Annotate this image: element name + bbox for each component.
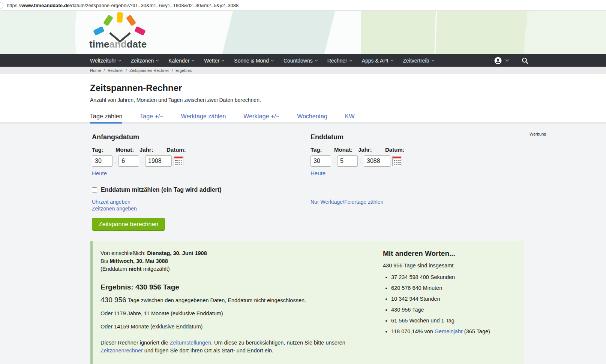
breadcrumb-zeitspannen-rechner[interactable]: Zeitspannen-Rechner <box>129 68 169 73</box>
tab-wochentag[interactable]: Wochentag <box>297 113 327 124</box>
nav-item-kalender[interactable]: Kalender <box>168 58 195 64</box>
end-today-link[interactable]: Heute <box>310 170 326 176</box>
other-words-list: 37 234 598 400 Sekunden 620 576 640 Minu… <box>384 274 490 334</box>
timeanddate-logo[interactable]: timeanddate <box>89 15 153 52</box>
chevron-down-icon <box>191 60 195 62</box>
end-date-labels: Tag: Monat: Jahr: Datum: <box>310 146 606 153</box>
start-date-labels: Tag: Monat: Jahr: Datum: <box>92 146 310 153</box>
date-span-form: Anfangsdatum Tag: Monat: Jahr: Datum: . … <box>92 133 606 231</box>
result-from-value: Dienstag, 30. Juni 1908 <box>147 250 207 256</box>
tab-tage-zaehlen[interactable]: Tage zählen <box>90 113 122 124</box>
url-scheme: https:// <box>7 3 21 8</box>
start-month-input[interactable] <box>118 155 139 167</box>
result-disclaimer: Dieser Rechner ignoriert die Zeitumstell… <box>100 339 372 355</box>
list-item-weeks: 61 565 Wochen und 1 Tag <box>391 318 490 324</box>
specify-time-link[interactable]: Uhrzeit angeben <box>92 199 310 205</box>
breadcrumb-rechner[interactable]: Rechner <box>107 68 123 73</box>
nav-item-countdowns[interactable]: Countdowns <box>284 58 318 64</box>
nav-item-wetter[interactable]: Wetter <box>204 58 225 64</box>
other-words-heading: Mit anderen Worten... <box>383 249 490 258</box>
common-year-link[interactable]: Gemeinjahr <box>435 328 463 334</box>
tab-tage-plusminus[interactable]: Tage +/− <box>140 113 163 124</box>
tab-kw[interactable]: KW <box>345 113 355 124</box>
result-box: Von einschließlich: Dienstag, 30. Juni 1… <box>90 241 524 364</box>
option-links-left: Uhrzeit angeben Zeitzonen angeben <box>92 199 310 212</box>
calendar-icon-bar <box>174 157 183 158</box>
disclaimer-text: . Um diese zu berücksichtigen, nutzen Si… <box>211 340 345 346</box>
result-note-pre: (Enddatum <box>100 266 129 272</box>
include-end-date-checkbox[interactable] <box>92 187 97 192</box>
nav-item-zeitvertreib[interactable]: Zeitvertreib <box>403 58 435 64</box>
result-heading: Ergebnis: 430 956 Tage <box>100 283 370 291</box>
breadcrumb-separator: / <box>104 68 105 73</box>
logo-word-and: and <box>109 39 126 50</box>
nav-right-icons <box>494 54 528 67</box>
page-title: Zeitspannen-Rechner <box>90 83 606 93</box>
breadcrumb-ergebnis[interactable]: Ergebnis <box>176 68 192 73</box>
search-icon[interactable] <box>522 57 528 64</box>
chevron-down-icon[interactable] <box>505 59 509 62</box>
timezone-calculator-link[interactable]: Zeitzonenrechner <box>100 348 143 354</box>
result-note-bold: nicht <box>129 266 142 272</box>
tabs-row: Tage zählen Tage +/− Werktage zählen Wer… <box>90 113 606 124</box>
chevron-down-icon <box>390 60 394 62</box>
browser-url-bar[interactable]: https://www.timeanddate.de/datum/zeitspa… <box>0 0 606 11</box>
date-dot: . <box>139 158 145 164</box>
tab-werktage-zaehlen[interactable]: Werktage zählen <box>181 113 226 124</box>
account-icon[interactable] <box>494 57 502 64</box>
calendar-icon[interactable] <box>392 156 402 166</box>
result-days-value: 430 956 <box>100 296 126 304</box>
nav-item-weltzeituhr[interactable]: Weltzeituhr <box>90 58 122 64</box>
end-month-input[interactable] <box>337 155 358 167</box>
breadcrumb-separator: / <box>126 68 127 73</box>
day-label: Tag: <box>310 146 334 153</box>
tab-werktage-plusminus[interactable]: Werktage +/− <box>243 113 279 124</box>
calculate-button[interactable]: Zeitspanne berechnen <box>92 218 165 231</box>
nav-label: Countdowns <box>284 58 313 64</box>
end-year-input[interactable] <box>364 155 390 167</box>
calendar-icon-grid <box>394 160 395 161</box>
chevron-down-icon <box>349 60 352 62</box>
start-today-link[interactable]: Heute <box>92 170 107 176</box>
main-content: Werbung Anfangsdatum Tag: Monat: Jahr: D… <box>0 124 606 364</box>
nav-item-apps-api[interactable]: Apps & API <box>362 58 394 64</box>
result-to-value: Mittwoch, 30. Mai 3088 <box>110 258 168 264</box>
browser-page-icon <box>0 2 3 9</box>
dst-link[interactable]: Zeitumstellungen <box>170 340 211 346</box>
workdays-only-link[interactable]: Nur Werktage/Feiertage zählen <box>310 199 383 205</box>
result-days-rest: Tage zwischen den angegebenen Daten, End… <box>126 297 306 303</box>
include-end-date-label: Enddatum mitzählen (ein Tag wird addiert… <box>101 186 222 193</box>
url-domain: www.timeanddate.de <box>21 3 70 8</box>
result-alt-years: Oder 1179 Jahre, 11 Monate (exklusive En… <box>100 310 370 318</box>
disclaimer-text: Dieser Rechner ignoriert die <box>100 340 170 346</box>
result-alt-months: Oder 14159 Monate (exklusive Enddatum) <box>100 323 370 331</box>
end-date-heading: Enddatum <box>310 133 606 141</box>
result-days-line: 430 956 Tage zwischen den angegebenen Da… <box>100 296 370 304</box>
chevron-down-icon <box>221 60 225 62</box>
list-item-hours: 10 342 944 Stunden <box>391 296 490 302</box>
result-to-label: Bis <box>100 258 110 264</box>
logo-word-time: time <box>89 39 109 50</box>
nav-label: Zeitzonen <box>131 58 154 64</box>
result-to-line: Bis Mittwoch, 30. Mai 3088 <box>100 257 370 265</box>
nav-item-zeitzonen[interactable]: Zeitzonen <box>131 58 159 64</box>
specify-timezones-link[interactable]: Zeitzonen angeben <box>92 206 310 212</box>
nav-item-rechner[interactable]: Rechner <box>327 58 352 64</box>
logo-tile-blue <box>93 26 105 36</box>
logo-tile-pink <box>134 26 146 36</box>
chevron-down-icon <box>315 60 318 62</box>
end-day-input[interactable] <box>310 155 331 167</box>
nav-label: Zeitvertreib <box>403 58 429 64</box>
list-item-percent: 118 070,14% von Gemeinjahr (365 Tage) <box>391 328 490 334</box>
calendar-icon-grid <box>175 160 177 161</box>
start-day-input[interactable] <box>92 155 112 167</box>
nav-label: Wetter <box>204 58 219 64</box>
calendar-icon[interactable] <box>174 156 183 166</box>
start-year-input[interactable] <box>145 155 172 167</box>
option-links-row: Uhrzeit angeben Zeitzonen angeben Nur We… <box>92 199 606 212</box>
start-date-section: Anfangsdatum Tag: Monat: Jahr: Datum: . … <box>92 133 310 177</box>
nav-item-sonne-mond[interactable]: Sonne & Mond <box>234 58 274 64</box>
day-label: Tag: <box>92 146 116 153</box>
option-links-right: Nur Werktage/Feiertage zählen <box>310 199 606 212</box>
breadcrumb-home[interactable]: Home <box>90 68 101 73</box>
